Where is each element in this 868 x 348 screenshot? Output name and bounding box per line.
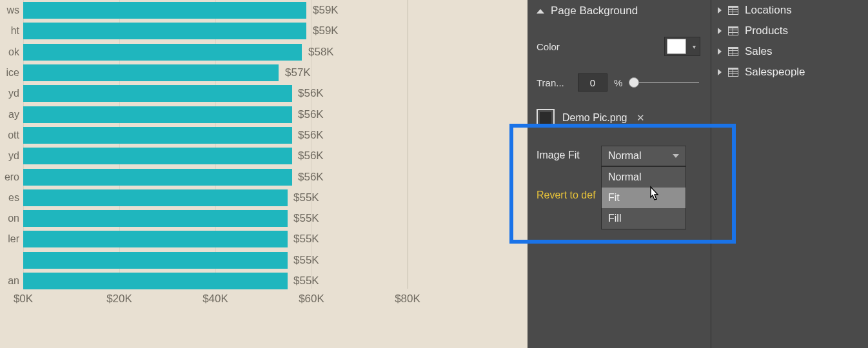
bar-chart[interactable]: ws$59K ht$59K ok$58K ice$57K yd$56K ay$5… — [0, 0, 528, 291]
bar-category-label: on — [0, 213, 19, 224]
axis-tick: $80K — [395, 293, 420, 305]
bar-category-label: ice — [0, 67, 19, 79]
bar[interactable] — [23, 169, 292, 186]
dropdown-option-fit[interactable]: Fit — [602, 188, 686, 208]
bar[interactable] — [23, 64, 279, 81]
revert-to-default-link[interactable]: Revert to def — [537, 189, 605, 201]
axis-tick: $0K — [14, 293, 33, 305]
bar[interactable] — [23, 210, 288, 227]
bar-value-label: $59K — [313, 4, 339, 17]
chevron-up-icon — [537, 9, 544, 14]
bar-category-label: ws — [0, 5, 19, 16]
bar-value-label: $56K — [298, 129, 324, 142]
table-icon — [728, 6, 738, 15]
field-label: Salespeople — [745, 66, 805, 79]
chevron-right-icon — [718, 69, 722, 75]
report-canvas[interactable]: ws$59K ht$59K ok$58K ice$57K yd$56K ay$5… — [0, 0, 528, 348]
dropdown-option-fill[interactable]: Fill — [602, 208, 686, 229]
bar[interactable] — [23, 148, 292, 164]
bar-value-label: $59K — [313, 24, 339, 37]
color-swatch — [667, 39, 686, 54]
bar-category-label: yd — [0, 88, 19, 99]
transparency-input[interactable]: 0 — [578, 73, 607, 92]
dropdown-value: Normal — [608, 150, 642, 162]
color-label: Color — [537, 41, 584, 52]
field-table-products[interactable]: Products — [718, 21, 862, 41]
bar-category-label: an — [0, 275, 19, 287]
bar-category-label: ok — [0, 46, 19, 58]
bar-value-label: $55K — [293, 233, 319, 246]
bar-value-label: $58K — [308, 46, 334, 59]
bar-value-label: $55K — [293, 191, 319, 204]
chevron-right-icon — [718, 48, 722, 55]
slider-thumb[interactable] — [629, 77, 639, 88]
bar-category-label: ott — [0, 130, 19, 141]
image-filename: Demo Pic.png — [562, 112, 627, 124]
dropdown-option-normal[interactable]: Normal — [602, 167, 686, 188]
field-table-locations[interactable]: Locations — [718, 0, 862, 21]
bar-value-label: $57K — [285, 66, 311, 79]
bar-category-label: ler — [0, 233, 19, 245]
image-fit-label: Image Fit — [537, 146, 592, 161]
bar-category-label: ht — [0, 25, 19, 37]
x-axis: $0K $20K $40K $60K $80K — [0, 289, 528, 314]
table-icon — [728, 26, 738, 35]
transparency-label: Tran... — [537, 77, 571, 88]
format-pane[interactable]: Page Background Color ▾ Tran... 0 % Demo… — [528, 0, 711, 348]
section-page-background[interactable]: Page Background — [537, 0, 700, 22]
bar[interactable] — [23, 85, 292, 102]
table-icon — [728, 47, 738, 56]
percent-label: % — [614, 77, 622, 88]
bar-category-label: es — [0, 192, 19, 204]
bar-category-label: ero — [0, 171, 19, 183]
transparency-slider[interactable] — [629, 76, 700, 89]
axis-tick: $20K — [106, 293, 132, 305]
bar-value-label: $55K — [293, 212, 319, 225]
field-label: Sales — [745, 45, 773, 58]
fields-pane[interactable]: Locations Products Sales Salespeople — [711, 0, 868, 348]
bar[interactable] — [23, 2, 306, 19]
field-table-salespeople[interactable]: Salespeople — [718, 62, 862, 82]
field-table-sales[interactable]: Sales — [718, 41, 862, 62]
bar-value-label: $56K — [298, 87, 324, 100]
axis-tick: $40K — [202, 293, 228, 305]
color-picker[interactable]: ▾ — [664, 37, 700, 56]
field-label: Locations — [745, 4, 792, 17]
bar[interactable] — [23, 23, 306, 39]
remove-image-button[interactable]: ✕ — [636, 112, 645, 124]
chevron-down-icon — [673, 154, 679, 158]
bar-value-label: $56K — [298, 150, 324, 162]
bar-value-label: $55K — [293, 275, 319, 287]
bar[interactable] — [23, 189, 288, 206]
bar-value-label: $56K — [298, 108, 324, 121]
bar-category-label: ay — [0, 109, 19, 121]
bar-value-label: $55K — [293, 254, 319, 267]
bar-value-label: $56K — [298, 171, 324, 184]
chevron-right-icon — [718, 7, 722, 14]
bar-category-label: yd — [0, 150, 19, 162]
bar[interactable] — [23, 44, 302, 61]
image-fit-dropdown[interactable]: Normal Normal Fit Fill — [601, 146, 686, 229]
dropdown-list: Normal Fit Fill — [601, 166, 686, 229]
bar[interactable] — [23, 252, 288, 269]
image-thumbnail[interactable] — [537, 109, 555, 127]
chevron-down-icon: ▾ — [688, 43, 700, 50]
section-title: Page Background — [551, 5, 638, 17]
bar[interactable] — [23, 106, 292, 123]
bar[interactable] — [23, 127, 292, 144]
axis-tick: $60K — [299, 293, 324, 305]
bar[interactable] — [23, 273, 288, 289]
dropdown-selected[interactable]: Normal — [601, 146, 686, 166]
chevron-right-icon — [718, 28, 722, 34]
bar[interactable] — [23, 231, 288, 247]
field-label: Products — [745, 24, 788, 37]
table-icon — [728, 68, 738, 77]
